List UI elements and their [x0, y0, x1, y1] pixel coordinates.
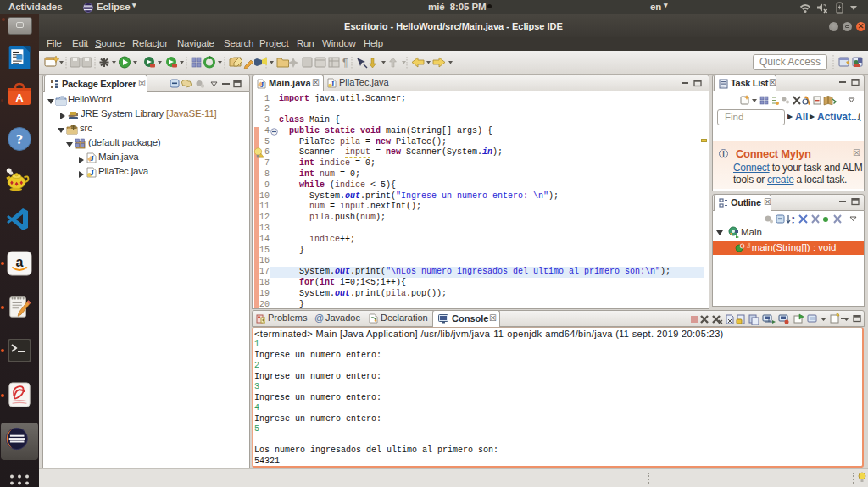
svg-text:a: a: [16, 255, 24, 269]
svg-text:J: J: [90, 169, 94, 177]
svg-text:A: A: [15, 91, 24, 104]
svg-text:¶: ¶: [342, 57, 348, 69]
svg-text:z: z: [792, 220, 794, 225]
svg-text:?: ?: [16, 131, 24, 147]
svg-text:J: J: [90, 154, 94, 163]
